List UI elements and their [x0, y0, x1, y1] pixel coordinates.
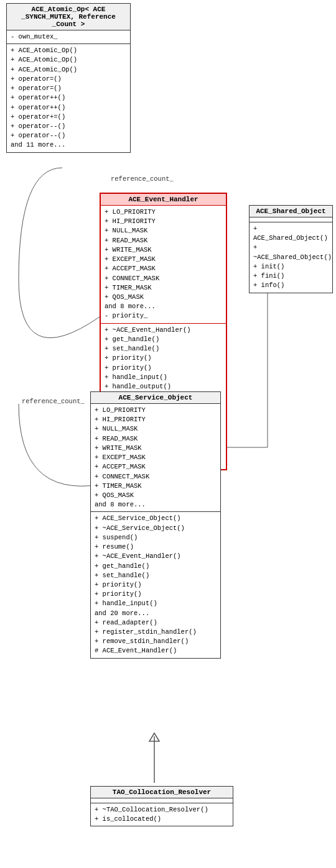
attr-item: + EXCEPT_MASK: [105, 255, 222, 264]
method-item: + init(): [253, 262, 329, 272]
method-item: + ACE_Service_Object(): [95, 514, 217, 523]
method-item: + operator--(): [11, 122, 126, 131]
method-item: + ~ACE_Event_Handler(): [95, 552, 217, 561]
attr-item: + READ_MASK: [95, 434, 217, 444]
attr-item: + LO_PRIORITY: [95, 406, 217, 415]
attr-item: + CONNECT_MASK: [105, 274, 222, 283]
attr-item: + NULL_MASK: [105, 226, 222, 235]
attr-item: - priority_: [105, 311, 222, 321]
method-item: + fini(): [253, 272, 329, 281]
collocation-resolver-methods: + ~TAO_Collocation_Resolver() + is_collo…: [91, 803, 233, 826]
attr-item: + TIMER_MASK: [95, 482, 217, 491]
service-object-attributes: + LO_PRIORITY + HI_PRIORITY + NULL_MASK …: [91, 404, 220, 512]
diagram-container: ACE_Atomic_Op< ACE_SYNCH_MUTEX, Referenc…: [0, 0, 336, 868]
method-item: + get_handle(): [105, 335, 222, 344]
method-item: + operator+=(): [11, 112, 126, 122]
collocation-resolver-box: TAO_Collocation_Resolver + ~TAO_Collocat…: [90, 786, 233, 826]
attr-item: + HI_PRIORITY: [95, 415, 217, 424]
attr-item: + CONNECT_MASK: [95, 472, 217, 482]
attr-item: + HI_PRIORITY: [105, 217, 222, 226]
method-item: + priority(): [105, 354, 222, 363]
collocation-resolver-attributes: [91, 798, 233, 803]
method-item: + handle_input(): [95, 599, 217, 608]
method-item: + operator++(): [11, 103, 126, 112]
ref-count-label-top: reference_count_: [111, 175, 174, 183]
shared-object-title: ACE_Shared_Object: [250, 206, 332, 217]
method-item: + operator=(): [11, 84, 126, 93]
method-item: # ACE_Event_Handler(): [95, 646, 217, 656]
method-item: + read_adapter(): [95, 618, 217, 628]
method-item: + set_handle(): [105, 344, 222, 354]
method-item: + operator++(): [11, 93, 126, 103]
attr-item: + WRITE_MASK: [105, 245, 222, 255]
attr-item: + EXCEPT_MASK: [95, 453, 217, 462]
method-item: + ~ACE_Service_Object(): [95, 524, 217, 533]
method-item: + ACE_Atomic_Op(): [11, 46, 126, 55]
method-item: + set_handle(): [95, 571, 217, 580]
attr-item: and 8 more...: [105, 302, 222, 311]
method-item: + handle_output(): [105, 382, 222, 391]
collocation-resolver-title: TAO_Collocation_Resolver: [91, 787, 233, 798]
service-object-box: ACE_Service_Object + LO_PRIORITY + HI_PR…: [90, 391, 221, 659]
attr-item: and 8 more...: [95, 500, 217, 509]
method-item: + info(): [253, 281, 329, 290]
method-item: + ~ACE_Shared_Object(): [253, 243, 329, 262]
method-item: + ACE_Atomic_Op(): [11, 55, 126, 65]
method-item: + handle_input(): [105, 373, 222, 382]
method-item: + priority(): [95, 580, 217, 590]
service-object-title: ACE_Service_Object: [91, 392, 220, 404]
attr-item: + LO_PRIORITY: [105, 208, 222, 217]
atomic-op-title: ACE_Atomic_Op< ACE_SYNCH_MUTEX, Referenc…: [7, 4, 130, 30]
shared-object-box: ACE_Shared_Object + ACE_Shared_Object() …: [249, 205, 333, 293]
attr-item: + WRITE_MASK: [95, 444, 217, 453]
method-item: + ACE_Shared_Object(): [253, 224, 329, 243]
shared-object-methods: + ACE_Shared_Object() + ~ACE_Shared_Obje…: [250, 222, 332, 293]
method-item: + priority(): [95, 590, 217, 599]
attr-item: + ACCEPT_MASK: [105, 264, 222, 273]
event-handler-attributes: + LO_PRIORITY + HI_PRIORITY + NULL_MASK …: [101, 206, 226, 324]
attr-item: + QOS_MASK: [105, 293, 222, 302]
method-item: + remove_stdin_handler(): [95, 637, 217, 646]
method-item: + is_collocated(): [95, 815, 229, 824]
method-item: + resume(): [95, 542, 217, 552]
event-handler-title: ACE_Event_Handler: [101, 194, 226, 206]
attr-item: - own_mutex_: [11, 32, 126, 42]
method-item: + priority(): [105, 363, 222, 373]
svg-marker-6: [149, 733, 159, 741]
attr-item: + QOS_MASK: [95, 491, 217, 500]
method-item: + ~ACE_Event_Handler(): [105, 326, 222, 335]
shared-object-attributes: [250, 217, 332, 222]
method-item: + suspend(): [95, 533, 217, 542]
method-item: + get_handle(): [95, 562, 217, 571]
attr-item: + TIMER_MASK: [105, 283, 222, 293]
method-item: + ~TAO_Collocation_Resolver(): [95, 805, 229, 815]
atomic-op-attributes: - own_mutex_: [7, 30, 130, 44]
service-object-methods: + ACE_Service_Object() + ~ACE_Service_Ob…: [91, 512, 220, 657]
atomic-op-box: ACE_Atomic_Op< ACE_SYNCH_MUTEX, Referenc…: [6, 3, 131, 153]
ref-count-label-left: reference_count_: [22, 398, 85, 405]
method-item: + operator=(): [11, 75, 126, 84]
method-item: + register_stdin_handler(): [95, 628, 217, 637]
attr-item: + NULL_MASK: [95, 424, 217, 434]
atomic-op-methods: + ACE_Atomic_Op() + ACE_Atomic_Op() + AC…: [7, 44, 130, 152]
method-item: + ACE_Atomic_Op(): [11, 65, 126, 75]
method-item: + operator--(): [11, 131, 126, 140]
method-item: and 11 more...: [11, 140, 126, 150]
attr-item: + ACCEPT_MASK: [95, 462, 217, 472]
method-item: and 20 more...: [95, 609, 217, 618]
attr-item: + READ_MASK: [105, 236, 222, 245]
